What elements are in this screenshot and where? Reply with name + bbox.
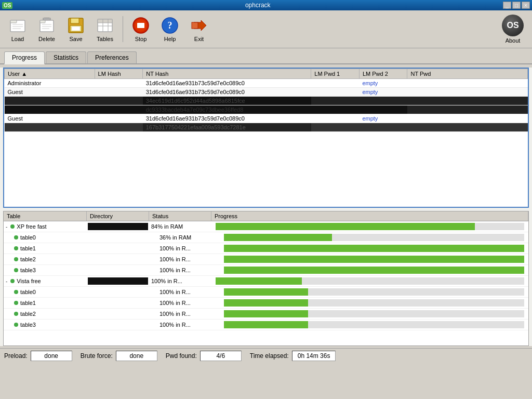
progress-bar-bg	[216, 277, 524, 285]
stop-icon	[131, 16, 150, 35]
table-directory	[95, 236, 157, 238]
progress-bar-bg	[224, 245, 524, 252]
table-header-row: User ▲ LM Hash NT Hash LM Pwd 1 LM Pwd 2…	[5, 69, 528, 79]
load-label: Load	[11, 36, 24, 42]
titlebar-left: OS	[0, 2, 12, 9]
table-row[interactable]: table0 36% in RAM	[4, 232, 528, 243]
col-header-user[interactable]: User ▲	[5, 69, 95, 79]
time-elapsed-value: 0h 14m 36s	[292, 351, 336, 361]
cell-nthash: dc9333bacdeb4a7e09c73dbee36ffed8	[143, 105, 311, 114]
table-directory	[95, 258, 157, 260]
pwd-found-status: Pwd found: 4/6	[166, 351, 242, 361]
status-dot	[14, 312, 18, 316]
cell-lmhash	[95, 114, 143, 123]
table-row[interactable]: table1 100% in R...	[4, 243, 528, 254]
exit-button[interactable]: Exit	[185, 14, 212, 44]
help-button[interactable]: ? Help	[156, 14, 183, 44]
subtable-name: table3	[20, 322, 36, 328]
cell-lmpwd2: empty	[359, 79, 407, 88]
progress-bar-fill	[216, 277, 302, 285]
table-row[interactable]: 167b3177504221efaa009a593dc7281e	[5, 123, 528, 132]
cell-lmhash	[95, 79, 143, 88]
svg-rect-1	[10, 20, 17, 23]
table-row[interactable]: table0 100% in R...	[4, 287, 528, 298]
table-status: 100% in R...	[157, 255, 220, 263]
progress-cell	[220, 320, 528, 330]
table-name-cell: table3	[12, 321, 95, 329]
table-name-cell: table3	[12, 266, 95, 274]
col-header-lmpwd2[interactable]: LM Pwd 2	[359, 69, 407, 79]
table-group-name: XP free fast	[17, 223, 46, 230]
col-header-ntpwd[interactable]: NT Pwd	[407, 69, 528, 79]
maximize-button[interactable]: □	[512, 2, 521, 9]
table-group-row[interactable]: - Vista free 100% in R...	[4, 276, 528, 287]
delete-label: Delete	[38, 36, 55, 42]
stop-button[interactable]: Stop	[127, 14, 154, 44]
status-dot	[14, 235, 18, 240]
cell-ntpwd	[407, 123, 528, 132]
progress-bar-fill	[224, 288, 308, 296]
col-header-nthash[interactable]: NT Hash	[143, 69, 311, 79]
cell-user: Administrator	[5, 79, 95, 88]
status-dot	[14, 323, 18, 327]
subtable-name: table1	[20, 245, 36, 251]
tables-button[interactable]: Tables	[91, 14, 118, 44]
progress-bar-bg	[224, 256, 524, 263]
save-button[interactable]: Save	[62, 14, 89, 44]
table-directory	[95, 313, 157, 315]
table-row[interactable]: Administrator 31d6cfe0d16ae931b73c59d7e0…	[5, 79, 528, 88]
status-dot	[10, 224, 15, 229]
about-icon: OS	[502, 15, 524, 36]
table-row[interactable]: Guest 31d6cfe0d16ae931b73c59d7e0c089c0 e…	[5, 88, 528, 97]
load-icon	[8, 16, 27, 35]
table-row[interactable]: table2 100% in R...	[4, 254, 528, 265]
delete-button[interactable]: Delete	[33, 14, 60, 44]
table-row[interactable]: table3 100% in R...	[4, 265, 528, 276]
brute-force-label: Brute force:	[81, 352, 113, 360]
progress-bar-bg	[224, 299, 524, 307]
time-elapsed-status: Time elapsed: 0h 14m 36s	[250, 351, 336, 361]
table-directory	[95, 302, 157, 304]
col-header-lmhash[interactable]: LM Hash	[95, 69, 143, 79]
tab-preferences[interactable]: Preferences	[87, 51, 137, 63]
status-dot	[14, 290, 18, 294]
table-row[interactable]: table2 100% in R...	[4, 309, 528, 320]
about-button[interactable]: OS About	[498, 12, 528, 46]
cell-lmpwd1	[311, 114, 360, 123]
table-status: 100% in R...	[149, 277, 211, 285]
subtable-name: table0	[20, 234, 36, 241]
cell-user: Guest	[5, 114, 95, 123]
hash-table: User ▲ LM Hash NT Hash LM Pwd 1 LM Pwd 2…	[4, 69, 528, 132]
load-button[interactable]: Load	[4, 14, 31, 44]
col-header-lmpwd1[interactable]: LM Pwd 1	[311, 69, 360, 79]
status-dot	[10, 279, 15, 283]
table-name-cell: - XP free fast	[4, 222, 87, 231]
table-row[interactable]: table1 100% in R...	[4, 298, 528, 309]
tables-panel-header: Table Directory Status Progress	[4, 211, 528, 221]
tab-statistics[interactable]: Statistics	[46, 51, 86, 63]
progress-cell	[220, 265, 528, 275]
cell-lmhash	[95, 88, 143, 97]
progress-bar-fill	[224, 256, 524, 263]
svg-rect-13	[71, 18, 79, 23]
close-button[interactable]: ×	[522, 2, 530, 9]
table-row[interactable]: Guest 31d6cfe0d16ae931b73c59d7e0c089c0 e…	[5, 114, 528, 123]
toolbar-separator	[123, 16, 123, 42]
table-group-row[interactable]: - XP free fast 84% in RAM	[4, 221, 528, 232]
table-row[interactable]: dc9333bacdeb4a7e09c73dbee36ffed8	[5, 105, 528, 114]
cell-lmpwd2	[359, 97, 407, 105]
tab-progress[interactable]: Progress	[4, 51, 45, 64]
collapse-button[interactable]: -	[6, 224, 7, 230]
table-status: 100% in R...	[157, 310, 220, 318]
progress-cell	[220, 287, 528, 297]
progress-bar-fill	[224, 234, 332, 241]
table-row[interactable]: table3 100% in R...	[4, 320, 528, 330]
collapse-button[interactable]: -	[6, 278, 7, 284]
minimize-button[interactable]: _	[503, 2, 511, 9]
cell-ntpwd	[407, 88, 528, 97]
exit-label: Exit	[194, 36, 204, 42]
table-row[interactable]: 34ec619d1d6c952d44ad5898a6815fce	[5, 97, 528, 105]
cell-lmpwd2	[359, 123, 407, 132]
svg-rect-11	[43, 18, 50, 20]
window-controls[interactable]: _ □ ×	[503, 2, 532, 9]
